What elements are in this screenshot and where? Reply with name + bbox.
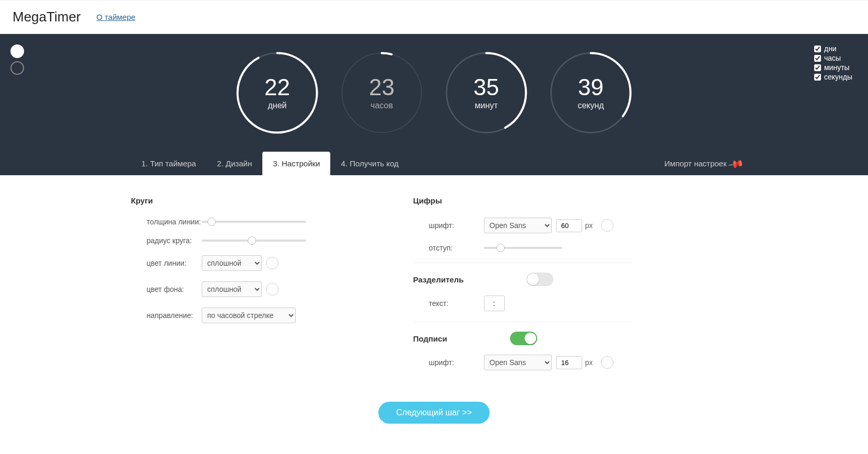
toggle-hours-checkbox[interactable] <box>814 55 821 62</box>
days-value: 22 <box>264 76 290 99</box>
toggle-seconds-checkbox[interactable] <box>814 74 821 81</box>
separator-text-input[interactable] <box>484 296 505 311</box>
captions-color-chip[interactable] <box>601 356 614 369</box>
line-color-label: цвет линии: <box>131 259 202 267</box>
seconds-label: секунд <box>577 101 604 110</box>
toggle-minutes-checkbox[interactable] <box>814 64 821 71</box>
ring-minutes: 35минут <box>443 50 529 136</box>
tab-design[interactable]: 2. Дизайн <box>206 152 262 175</box>
bg-color-select[interactable]: сплошной <box>202 281 262 297</box>
separator-toggle[interactable] <box>526 273 553 286</box>
line-width-label: толщина линии: <box>131 218 202 226</box>
days-label: дней <box>264 101 290 110</box>
minutes-value: 35 <box>473 76 499 99</box>
circles-title: Круги <box>131 196 351 205</box>
separator-text-label: текст: <box>413 299 484 308</box>
digits-font-select[interactable]: Open Sans <box>484 218 552 233</box>
seconds-value: 39 <box>577 76 604 99</box>
digits-color-chip[interactable] <box>601 219 614 232</box>
toggle-days-checkbox[interactable] <box>814 46 821 52</box>
tabs-row: 1. Тип таймера 2. Дизайн 3. Настройки 4.… <box>0 152 868 175</box>
offset-label: отступ: <box>413 244 484 252</box>
tab-settings[interactable]: 3. Настройки <box>262 152 330 175</box>
next-step-button[interactable]: Следующий шаг >> <box>378 402 490 424</box>
header: MegaTimer О таймере <box>0 0 868 34</box>
theme-dark-swatch[interactable] <box>10 61 24 75</box>
hours-value: 23 <box>369 76 395 99</box>
digits-title: Цифры <box>413 196 633 205</box>
radius-slider[interactable] <box>202 240 306 242</box>
col-circles: Круги толщина линии: радиус круга: цвет … <box>131 196 351 381</box>
line-color-select[interactable]: сплошной <box>202 255 262 271</box>
px-label-2: px <box>585 358 593 367</box>
theme-swatches <box>10 44 24 75</box>
unit-toggles: дни часы минуты секунды <box>814 44 852 81</box>
about-link[interactable]: О таймере <box>97 13 136 21</box>
settings-panel: Круги толщина линии: радиус круга: цвет … <box>0 175 868 396</box>
timer-row: 22дней 23часов 35минут 39секунд <box>0 44 868 152</box>
footer: Следующий шаг >> <box>0 396 868 445</box>
radius-label: радиус круга: <box>131 236 202 245</box>
captions-toggle[interactable] <box>510 332 537 345</box>
line-color-chip[interactable] <box>266 257 279 269</box>
bg-color-label: цвет фона: <box>131 285 202 293</box>
col-digits: Цифры шрифт: Open Sans px отступ: Раздел… <box>413 196 633 381</box>
toggle-seconds[interactable]: секунды <box>814 73 852 81</box>
preview-panel: дни часы минуты секунды 22дней 23часов 3… <box>0 34 868 175</box>
logo: MegaTimer <box>13 9 81 25</box>
import-settings-link[interactable]: Импорт настроек <box>654 152 737 175</box>
ring-days: 22дней <box>234 50 320 136</box>
direction-label: направление: <box>131 311 202 320</box>
line-width-slider[interactable] <box>202 221 306 223</box>
toggle-days[interactable]: дни <box>814 44 852 53</box>
ring-hours: 23часов <box>339 50 425 136</box>
captions-font-select[interactable]: Open Sans <box>484 355 552 370</box>
captions-size-input[interactable] <box>556 356 582 369</box>
tab-type[interactable]: 1. Тип таймера <box>131 152 207 175</box>
minutes-label: минут <box>473 101 499 110</box>
captions-font-label: шрифт: <box>413 358 484 367</box>
captions-title: Подписи <box>413 334 447 343</box>
separator-title: Разделитель <box>413 275 464 284</box>
direction-select[interactable]: по часовой стрелке <box>202 308 296 323</box>
ring-seconds: 39секунд <box>548 50 634 136</box>
px-label: px <box>585 221 593 230</box>
toggle-hours[interactable]: часы <box>814 54 852 62</box>
theme-light-swatch[interactable] <box>10 44 24 58</box>
digits-font-label: шрифт: <box>413 221 484 230</box>
digits-size-input[interactable] <box>556 219 582 232</box>
hours-label: часов <box>369 101 395 110</box>
toggle-minutes[interactable]: минуты <box>814 63 852 72</box>
offset-slider[interactable] <box>484 247 562 249</box>
bg-color-chip[interactable] <box>266 283 279 296</box>
tab-getcode[interactable]: 4. Получить код <box>330 152 409 175</box>
